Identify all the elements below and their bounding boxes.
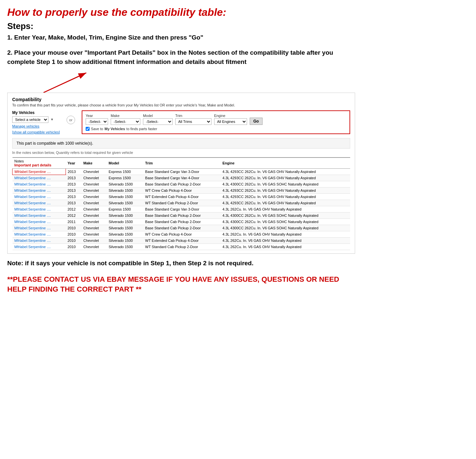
cell-make: Chevrolet <box>81 231 107 237</box>
cell-engine: 4.3L 4293CC 262Cu. In. V6 GAS OHV Natura… <box>220 168 350 175</box>
cell-make: Chevrolet <box>81 193 107 200</box>
make-select[interactable]: -Select- <box>111 118 140 125</box>
col-model: Model <box>107 158 143 169</box>
cell-make: Chevrolet <box>81 175 107 181</box>
cell-year: 2010 <box>66 225 81 231</box>
main-title: How to properly use the compatibility ta… <box>7 6 355 18</box>
cell-trim: Base Standard Cargo Van 4-Door <box>143 175 221 181</box>
cell-notes[interactable]: Mfrlabel:Serpentine .... <box>13 168 66 175</box>
cell-year: 2010 <box>66 231 81 237</box>
table-row: Mfrlabel:Serpentine ....2013ChevroletSil… <box>13 193 350 200</box>
year-make-engine-form: Year -Select- Make -Select- Model -Selec… <box>82 110 350 134</box>
cell-engine: 4.3L 4293CC 262Cu. In. V6 GAS OHV Natura… <box>220 193 350 200</box>
cell-notes[interactable]: Mfrlabel:Serpentine .... <box>13 187 66 193</box>
cell-model: Express 1500 <box>107 168 143 175</box>
cell-year: 2010 <box>66 237 81 244</box>
dropdown-arrow-icon: ▼ <box>50 118 54 121</box>
cell-engine: 4.3L 262Cu. In. V6 GAS OHV Naturally Asp… <box>220 231 350 237</box>
cell-make: Chevrolet <box>81 225 107 231</box>
model-label: Model <box>143 114 173 118</box>
cell-year: 2013 <box>66 181 81 187</box>
year-label: Year <box>86 114 108 118</box>
cell-notes[interactable]: Mfrlabel:Serpentine .... <box>13 218 66 225</box>
col-year: Year <box>66 158 81 169</box>
cell-notes[interactable]: Mfrlabel:Serpentine .... <box>13 206 66 212</box>
cell-year: 2013 <box>66 193 81 200</box>
or-circle: or <box>67 116 75 124</box>
cell-model: Silverado 1500 <box>107 187 143 193</box>
cell-engine: 4.3L 262Cu. In. V6 GAS OHV Naturally Asp… <box>220 244 350 250</box>
cell-make: Chevrolet <box>81 244 107 250</box>
cell-make: Chevrolet <box>81 168 107 175</box>
cell-trim: WT Standard Cab Pickup 2-Door <box>143 200 221 206</box>
cell-trim: WT Extended Cab Pickup 4-Door <box>143 193 221 200</box>
cell-trim: WT Standard Cab Pickup 2-Door <box>143 244 221 250</box>
save-checkbox[interactable] <box>86 127 90 131</box>
cell-notes[interactable]: Mfrlabel:Serpentine .... <box>13 193 66 200</box>
col-notes: Notes Important part details <box>13 158 66 169</box>
table-row: Mfrlabel:Serpentine ....2012ChevroletExp… <box>13 206 350 212</box>
year-select[interactable]: -Select- <box>86 118 108 125</box>
contact-text: **PLEASE CONTACT US VIA EBAY MESSAGE IF … <box>7 274 355 295</box>
trim-select[interactable]: All Trims <box>175 118 211 125</box>
cell-year: 2011 <box>66 218 81 225</box>
cell-notes[interactable]: Mfrlabel:Serpentine .... <box>13 181 66 187</box>
cell-trim: Base Standard Cab Pickup 2-Door <box>143 212 221 218</box>
cell-trim: WT Crew Cab Pickup 4-Door <box>143 187 221 193</box>
cell-engine: 4.3L 4293CC 262Cu. In. V6 GAS OHV Natura… <box>220 187 350 193</box>
cell-model: Silverado 1500 <box>107 225 143 231</box>
table-row: Mfrlabel:Serpentine ....2010ChevroletSil… <box>13 244 350 250</box>
cell-make: Chevrolet <box>81 187 107 193</box>
compatibility-section: Compatibility To confirm that this part … <box>7 93 355 254</box>
cell-notes[interactable]: Mfrlabel:Serpentine .... <box>13 231 66 237</box>
cell-make: Chevrolet <box>81 206 107 212</box>
quantity-notice: In the notes section below, Quantity ref… <box>12 151 350 155</box>
table-row: Mfrlabel:Serpentine ....2012ChevroletSil… <box>13 212 350 218</box>
cell-notes[interactable]: Mfrlabel:Serpentine .... <box>13 212 66 218</box>
cell-model: Silverado 1500 <box>107 218 143 225</box>
table-row: Mfrlabel:Serpentine ....2013ChevroletSil… <box>13 187 350 193</box>
cell-notes[interactable]: Mfrlabel:Serpentine .... <box>13 237 66 244</box>
cell-year: 2012 <box>66 206 81 212</box>
table-row: Mfrlabel:Serpentine ....2013ChevroletExp… <box>13 168 350 175</box>
table-row: Mfrlabel:Serpentine ....2010ChevroletSil… <box>13 237 350 244</box>
trim-label: Trim <box>175 114 211 118</box>
bottom-note: Note: if it says your vehicle is not com… <box>7 259 355 268</box>
steps-label: Steps: <box>7 21 355 31</box>
cell-year: 2012 <box>66 212 81 218</box>
cell-engine: 4.3L 4293CC 262Cu. In. V6 GAS OHV Natura… <box>220 200 350 206</box>
cell-notes[interactable]: Mfrlabel:Serpentine .... <box>13 244 66 250</box>
cell-make: Chevrolet <box>81 212 107 218</box>
engine-select[interactable]: All Engines <box>214 118 247 125</box>
cell-trim: Base Standard Cab Pickup 2-Door <box>143 218 221 225</box>
cell-notes[interactable]: Mfrlabel:Serpentine .... <box>13 200 66 206</box>
cell-make: Chevrolet <box>81 218 107 225</box>
go-button[interactable]: Go <box>250 118 263 125</box>
cell-trim: Base Standard Cab Pickup 2-Door <box>143 181 221 187</box>
cell-engine: 4.3L 4293CC 262Cu. In. V6 GAS OHV Natura… <box>220 175 350 181</box>
cell-model: Silverado 1500 <box>107 200 143 206</box>
cell-notes[interactable]: Mfrlabel:Serpentine .... <box>13 225 66 231</box>
cell-model: Express 1500 <box>107 206 143 212</box>
cell-model: Silverado 1500 <box>107 181 143 187</box>
table-row: Mfrlabel:Serpentine ....2013ChevroletExp… <box>13 175 350 181</box>
vehicle-select[interactable]: Select a vehicle <box>12 116 48 123</box>
cell-model: Silverado 1500 <box>107 212 143 218</box>
show-all-link[interactable]: [show all compatible vehicles] <box>12 130 60 134</box>
model-select[interactable]: -Select- <box>143 118 173 125</box>
step2-text: 2. Place your mouse over "Important Part… <box>7 48 355 67</box>
col-trim: Trim <box>143 158 221 169</box>
table-row: Mfrlabel:Serpentine ....2010ChevroletSil… <box>13 225 350 231</box>
step1-text: 1. Enter Year, Make, Model, Trim, Engine… <box>7 33 355 42</box>
cell-engine: 4.3L 4300CC 262Cu. In. V6 GAS SOHC Natur… <box>220 218 350 225</box>
cell-year: 2013 <box>66 187 81 193</box>
cell-notes[interactable]: Mfrlabel:Serpentine .... <box>13 175 66 181</box>
manage-vehicles-link[interactable]: Manage vehicles <box>12 124 60 128</box>
cell-model: Silverado 1500 <box>107 193 143 200</box>
cell-trim: Base Standard Cargo Van 3-Door <box>143 168 221 175</box>
save-my-vehicles-bold: My Vehicles <box>104 127 125 131</box>
my-vehicles-label: My Vehicles <box>12 110 60 115</box>
save-text: Save to <box>91 127 103 131</box>
cell-year: 2013 <box>66 200 81 206</box>
engine-label: Engine <box>214 114 247 118</box>
